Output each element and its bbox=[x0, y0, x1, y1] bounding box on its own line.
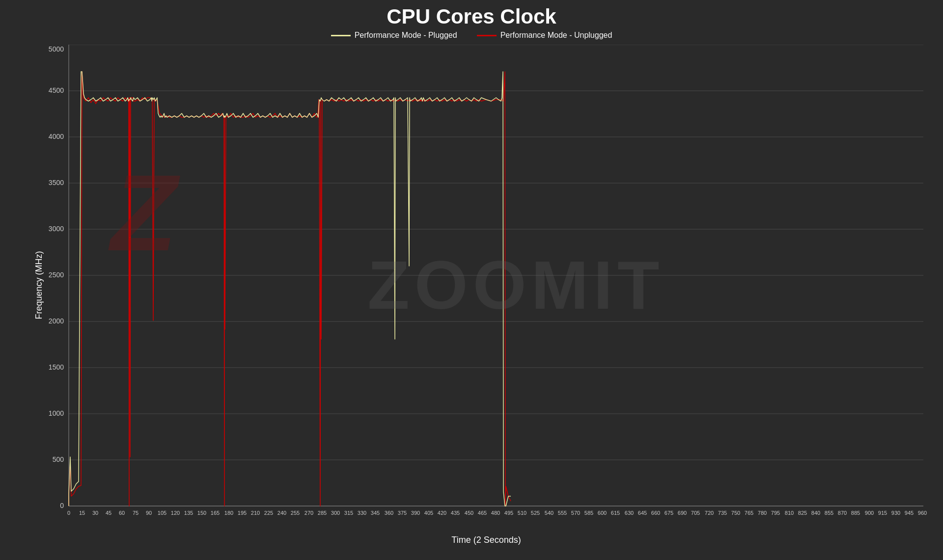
svg-text:0: 0 bbox=[60, 502, 64, 509]
x-axis-label: Time (2 Seconds) bbox=[451, 535, 521, 545]
svg-text:960: 960 bbox=[918, 510, 927, 516]
svg-text:225: 225 bbox=[264, 510, 273, 516]
svg-text:795: 795 bbox=[771, 510, 780, 516]
svg-text:4500: 4500 bbox=[49, 86, 64, 94]
chart-title: CPU Cores Clock bbox=[387, 5, 556, 28]
svg-text:735: 735 bbox=[718, 510, 727, 516]
svg-text:30: 30 bbox=[92, 510, 98, 516]
svg-text:810: 810 bbox=[785, 510, 794, 516]
svg-text:285: 285 bbox=[318, 510, 327, 516]
svg-text:900: 900 bbox=[865, 510, 874, 516]
svg-text:885: 885 bbox=[851, 510, 860, 516]
svg-text:435: 435 bbox=[451, 510, 460, 516]
svg-text:705: 705 bbox=[691, 510, 700, 516]
svg-text:465: 465 bbox=[478, 510, 487, 516]
svg-text:300: 300 bbox=[331, 510, 340, 516]
svg-text:210: 210 bbox=[251, 510, 260, 516]
svg-text:855: 855 bbox=[825, 510, 833, 516]
legend-label-plugged: Performance Mode - Plugged bbox=[355, 31, 457, 40]
svg-text:660: 660 bbox=[651, 510, 660, 516]
svg-text:150: 150 bbox=[197, 510, 206, 516]
svg-text:500: 500 bbox=[53, 455, 64, 463]
svg-text:495: 495 bbox=[504, 510, 513, 516]
svg-text:840: 840 bbox=[811, 510, 820, 516]
legend-item-unplugged: Performance Mode - Unplugged bbox=[477, 31, 612, 40]
svg-text:375: 375 bbox=[398, 510, 407, 516]
legend-line-unplugged bbox=[477, 35, 497, 36]
svg-text:690: 690 bbox=[678, 510, 687, 516]
legend-line-plugged bbox=[331, 35, 351, 36]
svg-text:195: 195 bbox=[238, 510, 247, 516]
svg-text:870: 870 bbox=[838, 510, 847, 516]
svg-text:540: 540 bbox=[545, 510, 554, 516]
svg-text:120: 120 bbox=[171, 510, 180, 516]
svg-text:450: 450 bbox=[465, 510, 473, 516]
svg-text:165: 165 bbox=[211, 510, 220, 516]
svg-text:630: 630 bbox=[625, 510, 634, 516]
svg-text:675: 675 bbox=[665, 510, 673, 516]
svg-text:3500: 3500 bbox=[49, 179, 64, 187]
svg-text:555: 555 bbox=[558, 510, 567, 516]
svg-text:525: 525 bbox=[531, 510, 540, 516]
svg-text:135: 135 bbox=[184, 510, 193, 516]
svg-text:15: 15 bbox=[79, 510, 85, 516]
svg-text:180: 180 bbox=[224, 510, 233, 516]
svg-text:90: 90 bbox=[146, 510, 152, 516]
svg-text:645: 645 bbox=[638, 510, 647, 516]
svg-text:4000: 4000 bbox=[49, 133, 64, 140]
svg-text:105: 105 bbox=[158, 510, 166, 516]
svg-text:945: 945 bbox=[905, 510, 914, 516]
svg-text:615: 615 bbox=[611, 510, 620, 516]
svg-text:750: 750 bbox=[731, 510, 740, 516]
svg-text:75: 75 bbox=[133, 510, 139, 516]
svg-text:315: 315 bbox=[344, 510, 353, 516]
svg-text:720: 720 bbox=[705, 510, 714, 516]
svg-text:930: 930 bbox=[891, 510, 900, 516]
svg-text:270: 270 bbox=[305, 510, 313, 516]
svg-text:45: 45 bbox=[106, 510, 111, 516]
svg-text:420: 420 bbox=[438, 510, 446, 516]
svg-text:585: 585 bbox=[584, 510, 593, 516]
y-axis-label: Frequency (MHz) bbox=[34, 251, 44, 319]
svg-text:2000: 2000 bbox=[49, 317, 64, 325]
svg-text:1000: 1000 bbox=[49, 409, 64, 417]
svg-text:765: 765 bbox=[745, 510, 753, 516]
svg-text:2500: 2500 bbox=[49, 271, 64, 279]
chart-area: Frequency (MHz) Time (2 Seconds) Z ZOOMI… bbox=[39, 45, 933, 526]
svg-text:360: 360 bbox=[385, 510, 393, 516]
svg-text:780: 780 bbox=[758, 510, 767, 516]
svg-text:5000: 5000 bbox=[49, 45, 64, 53]
svg-text:570: 570 bbox=[571, 510, 580, 516]
svg-text:345: 345 bbox=[371, 510, 380, 516]
svg-text:825: 825 bbox=[798, 510, 807, 516]
svg-text:480: 480 bbox=[491, 510, 500, 516]
svg-text:0: 0 bbox=[67, 510, 70, 516]
svg-text:510: 510 bbox=[518, 510, 527, 516]
svg-text:1500: 1500 bbox=[49, 363, 64, 371]
svg-text:600: 600 bbox=[598, 510, 607, 516]
svg-text:3000: 3000 bbox=[49, 225, 64, 233]
svg-text:390: 390 bbox=[411, 510, 420, 516]
svg-text:330: 330 bbox=[358, 510, 366, 516]
legend-label-unplugged: Performance Mode - Unplugged bbox=[500, 31, 612, 40]
svg-text:60: 60 bbox=[119, 510, 125, 516]
svg-text:405: 405 bbox=[424, 510, 433, 516]
legend: Performance Mode - Plugged Performance M… bbox=[331, 31, 612, 40]
chart-svg: 0 500 1000 1500 2000 2500 3000 3500 4000… bbox=[39, 45, 933, 526]
svg-text:240: 240 bbox=[277, 510, 286, 516]
chart-container: CPU Cores Clock Performance Mode - Plugg… bbox=[0, 0, 943, 560]
legend-item-plugged: Performance Mode - Plugged bbox=[331, 31, 457, 40]
svg-text:255: 255 bbox=[291, 510, 300, 516]
svg-text:915: 915 bbox=[878, 510, 887, 516]
